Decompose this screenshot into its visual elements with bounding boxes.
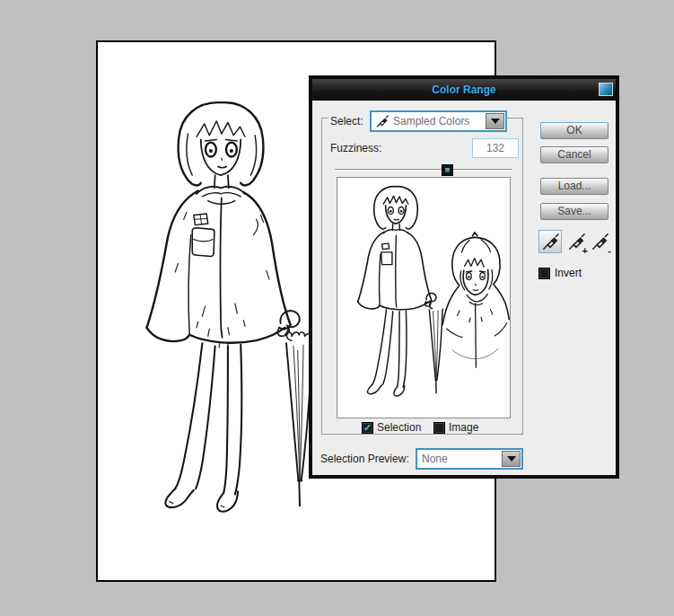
sample-eyedropper-button[interactable] (538, 230, 562, 253)
chevron-down-icon (491, 119, 500, 124)
select-dropdown-arrow[interactable] (486, 113, 504, 129)
fuzziness-input[interactable]: 132 (472, 138, 519, 158)
image-checkbox[interactable] (433, 422, 445, 434)
subtract-eyedropper-button[interactable]: - (591, 232, 610, 253)
select-value: Sampled Colors (389, 115, 485, 128)
fuzziness-slider-handle[interactable] (442, 164, 453, 176)
fuzziness-value: 132 (486, 142, 504, 154)
fuzziness-label: Fuzziness: (330, 142, 381, 154)
selection-preview-dropdown-arrow[interactable] (502, 451, 521, 467)
ok-button[interactable]: OK (540, 122, 608, 139)
dialog-body: Select: Sampled Colors Fuzziness: 132 (312, 101, 616, 475)
dialog-titlebar[interactable]: Color Range (312, 79, 616, 101)
eyedropper-icon (375, 114, 389, 128)
selection-checkbox[interactable]: ✓ (362, 422, 373, 434)
invert-checkbox[interactable] (538, 268, 550, 279)
dialog-title: Color Range (432, 84, 495, 96)
selection-preview-dropdown[interactable]: None (416, 448, 523, 470)
preview-figure-artwork (341, 181, 451, 408)
canvas-artwork (114, 48, 328, 579)
selection-preview-label: Selection Preview: (320, 453, 409, 465)
titlebar-button-icon[interactable] (599, 83, 613, 96)
preview-bust-artwork (438, 228, 510, 379)
select-label: Select: (330, 115, 363, 128)
subtract-eyedropper-icon (591, 232, 608, 251)
save-button[interactable]: Save... (540, 203, 608, 220)
color-range-dialog: Color Range Select: Sampled Colors Fuzzi… (309, 75, 619, 479)
invert-checkbox-label: Invert (555, 267, 582, 279)
plus-sign: + (582, 245, 588, 256)
eyedropper-icon (541, 232, 559, 251)
load-button[interactable]: Load... (540, 178, 608, 195)
fuzziness-slider[interactable] (335, 169, 512, 172)
minus-sign: - (608, 245, 611, 256)
selection-preview-value: None (417, 453, 501, 465)
photoshop-workspace: { "window": { "title": "Color Range" }, … (0, 0, 674, 616)
select-dropdown[interactable]: Sampled Colors (370, 110, 507, 132)
selection-preview-thumbnail[interactable] (337, 177, 511, 418)
selection-checkbox-label: Selection (377, 421, 421, 434)
cancel-button[interactable]: Cancel (540, 146, 608, 163)
chevron-down-icon (507, 456, 516, 462)
add-eyedropper-button[interactable]: + (567, 232, 587, 253)
image-checkbox-label: Image (449, 421, 478, 434)
